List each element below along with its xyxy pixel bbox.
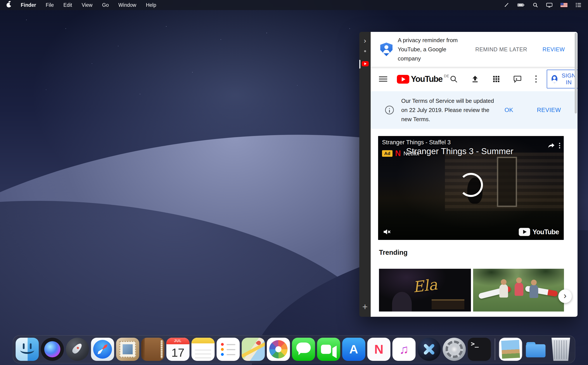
panel-tab-strip: › + xyxy=(359,32,371,317)
desktop: Finder File Edit View Go Window Help › + xyxy=(0,0,588,365)
dock-messages-icon[interactable] xyxy=(292,338,315,361)
pen-tablet-icon[interactable] xyxy=(504,2,509,8)
info-icon xyxy=(385,106,394,114)
dock-trash-icon[interactable] xyxy=(549,338,573,361)
dock-facetime-icon[interactable] xyxy=(317,338,340,361)
wallpaper-stars xyxy=(26,20,27,20)
keyboard-flag-icon[interactable] xyxy=(560,3,567,7)
dock-finder-icon[interactable] xyxy=(16,338,39,361)
advertiser-name: Netflix xyxy=(404,150,419,157)
youtube-watermark-play-icon xyxy=(519,228,530,236)
thumbnail-title-text: Ela xyxy=(412,276,438,296)
youtube-logo-text: YouTube xyxy=(411,74,442,84)
apps-grid-icon[interactable] xyxy=(492,75,500,83)
youtube-header: YouTube DE SIGN IN xyxy=(371,67,578,91)
terminal-prompt-glyph: >_ xyxy=(471,340,479,348)
youtube-logo[interactable]: YouTube DE xyxy=(397,74,449,84)
dock-maps-icon[interactable] xyxy=(242,338,265,361)
dock-appstore-icon[interactable]: A xyxy=(342,338,365,361)
itunes-note-glyph: ♫ xyxy=(399,343,409,356)
hamburger-menu-icon[interactable] xyxy=(379,76,387,82)
dock-system-preferences-icon[interactable] xyxy=(443,338,466,361)
dock-mail-icon[interactable] xyxy=(116,338,139,361)
dock-pictures-stack-icon[interactable] xyxy=(499,338,522,361)
trending-thumbnail-2[interactable] xyxy=(473,269,564,311)
search-icon[interactable] xyxy=(449,75,458,83)
sign-in-label: SIGN IN xyxy=(561,72,577,86)
dock-notes-icon[interactable] xyxy=(191,338,215,361)
trending-heading: Trending xyxy=(379,249,578,257)
privacy-review-button[interactable]: REVIEW xyxy=(543,46,565,53)
dock-itunes-icon[interactable]: ♫ xyxy=(392,338,416,361)
loading-spinner xyxy=(459,173,483,197)
remind-me-later-button[interactable]: REMIND ME LATER xyxy=(475,46,527,53)
trending-next-button[interactable]: › xyxy=(558,289,572,303)
active-tab-bar xyxy=(359,60,360,69)
ad-video-title: Stranger Things - Staffel 3 xyxy=(382,139,451,146)
calendar-month: JUL xyxy=(166,338,190,344)
dock-safari-icon[interactable] xyxy=(91,338,114,361)
player-kebab-icon[interactable] xyxy=(559,142,561,149)
finder-smile xyxy=(20,346,34,354)
upload-icon[interactable] xyxy=(471,75,479,83)
share-icon[interactable] xyxy=(548,142,555,149)
battery-icon[interactable] xyxy=(517,2,525,8)
chat-icon[interactable] xyxy=(513,75,522,83)
terms-review-button[interactable]: REVIEW xyxy=(537,107,561,113)
sign-in-button[interactable]: SIGN IN xyxy=(547,70,578,88)
terms-ok-button[interactable]: OK xyxy=(504,107,513,113)
appstore-glyph: A xyxy=(349,343,358,355)
video-overlay-title: Stranger Things 3 - Summer xyxy=(406,147,513,156)
privacy-banner-message: A privacy reminder from YouTube, a Googl… xyxy=(398,35,470,63)
dock-reminders-icon[interactable] xyxy=(217,338,240,361)
dock-contacts-icon[interactable] xyxy=(141,338,164,361)
kebab-menu-icon[interactable] xyxy=(534,75,538,83)
dock-divider xyxy=(495,338,495,360)
dock-calendar-icon[interactable]: JUL 17 xyxy=(166,338,190,361)
thumbnail-person xyxy=(515,282,523,296)
thumbnail-person xyxy=(499,284,508,298)
avatar-icon xyxy=(552,75,557,83)
list-menu-icon[interactable] xyxy=(575,2,581,8)
trending-shelf: Ela xyxy=(379,269,578,311)
dock-siri-icon[interactable] xyxy=(41,338,64,361)
browser-panel-window: › + A privacy reminder from YouTube, a G… xyxy=(359,32,578,317)
privacy-shield-icon xyxy=(380,42,392,56)
privacy-banner: A privacy reminder from YouTube, a Googl… xyxy=(371,32,578,67)
dock: JUL 17 A N ♫ >_ xyxy=(13,335,575,363)
terms-notice-message: Our Terms of Service will be updated on … xyxy=(401,96,497,124)
menu-file[interactable]: File xyxy=(46,2,54,8)
dock-terminal-icon[interactable]: >_ xyxy=(468,338,491,361)
calendar-day: 17 xyxy=(166,344,190,361)
video-scene-door xyxy=(497,157,517,207)
youtube-play-icon xyxy=(397,75,409,84)
spotlight-icon[interactable] xyxy=(532,2,538,8)
apple-menu-icon[interactable] xyxy=(7,3,11,7)
add-tab-button[interactable]: + xyxy=(359,302,371,311)
dock-photos-icon[interactable] xyxy=(267,338,290,361)
menu-view[interactable]: View xyxy=(82,2,92,8)
collapse-chevron-icon[interactable]: › xyxy=(359,37,371,44)
ad-badge: Ad xyxy=(382,150,392,157)
dock-downloads-folder-icon[interactable] xyxy=(524,338,547,361)
video-player[interactable]: Stranger Things - Staffel 3 Ad N Netflix… xyxy=(378,136,564,240)
menu-bar: Finder File Edit View Go Window Help xyxy=(0,0,588,10)
thumbnail-person xyxy=(530,284,538,298)
news-glyph: N xyxy=(374,343,383,356)
dock-x-app-icon[interactable] xyxy=(418,338,441,361)
trending-thumbnail-1[interactable]: Ela xyxy=(379,269,471,311)
dock-news-icon[interactable]: N xyxy=(367,338,390,361)
menu-edit[interactable]: Edit xyxy=(63,2,72,8)
menu-go[interactable]: Go xyxy=(102,2,109,8)
muted-speaker-icon[interactable] xyxy=(383,228,391,236)
youtube-tab[interactable] xyxy=(359,58,371,70)
displays-icon[interactable] xyxy=(546,2,553,8)
scrollbar-thumb[interactable] xyxy=(575,33,577,113)
dock-launchpad-icon[interactable] xyxy=(66,338,89,361)
youtube-watermark-text: YouTube xyxy=(532,228,559,236)
ad-info-row: Ad N Netflix xyxy=(382,149,419,157)
active-app-name[interactable]: Finder xyxy=(21,2,36,8)
menu-window[interactable]: Window xyxy=(118,2,136,8)
youtube-watermark: YouTube xyxy=(519,228,559,236)
menu-help[interactable]: Help xyxy=(146,2,156,8)
